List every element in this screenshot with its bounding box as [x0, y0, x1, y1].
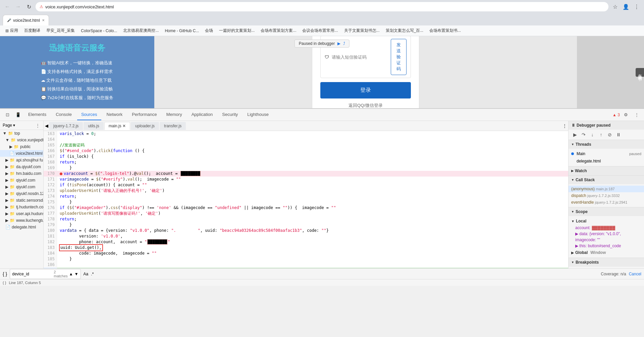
search-input[interactable] — [12, 272, 52, 276]
call-stack-content: (anonymous) main.js:187 dispatch jquery-… — [569, 184, 644, 207]
sms-input[interactable] — [332, 55, 388, 60]
floating-tab[interactable]: 在 选 调 节 — [636, 68, 644, 76]
bookmark-12[interactable]: 策划文案怎么写_百... — [383, 27, 426, 34]
code-tab-uploader[interactable]: uploader.js — [131, 122, 159, 130]
call-stack-item-dispatch[interactable]: dispatch jquery-1.7.2.js:3332 — [569, 192, 644, 199]
tab-network[interactable]: Network — [103, 109, 127, 120]
bookmark-11[interactable]: 关于文案策划书怎... — [341, 27, 382, 34]
bookmark-3[interactable]: 早安_花哥_采集 — [44, 27, 77, 34]
code-tab-jquery[interactable]: jquery-1.7.2.js — [49, 122, 83, 130]
file-tree-nosdn[interactable]: ▶ 📁 qiyukf.nosdn.127.ne — [0, 190, 43, 197]
file-format-icon: { } — [3, 281, 6, 285]
tab-performance[interactable]: Performance — [128, 109, 161, 120]
bookmark-4[interactable]: ColorSpace - Colo... — [78, 28, 120, 34]
threads-header[interactable]: ▼ Threads — [569, 140, 644, 149]
send-code-button[interactable]: 发送验证码 — [391, 39, 407, 75]
file-tree-delegate[interactable]: 📄 delegate.html — [0, 224, 43, 230]
step-over-debug-button[interactable]: ↷ — [580, 131, 587, 138]
file-tree-sensors[interactable]: ▶ 📁 static.sensorsdata.c — [0, 197, 43, 204]
scope-key: ▶ data: {version: "v1.0.0", — [575, 231, 621, 236]
global-scope-header[interactable]: ▶ Global Window — [569, 249, 644, 256]
matches-count: 2 matches — [54, 270, 68, 278]
main-thread-item[interactable]: Main paused — [569, 150, 644, 157]
bookmark-apps[interactable]: ⊞ 应用 — [3, 27, 21, 34]
delegate-thread-item[interactable]: delegate.html — [569, 157, 644, 165]
file-tree-label: voice2text.html — [16, 151, 43, 156]
step-into-debug-button[interactable]: ↓ — [589, 131, 596, 138]
file-tree-top[interactable]: ▼ 📁 top — [0, 130, 43, 137]
menu-button[interactable]: ⋮ — [632, 2, 641, 11]
login-button[interactable]: 登录 — [320, 82, 411, 98]
resume-debug-button[interactable]: ▶ — [571, 131, 579, 138]
pause-on-exceptions-button[interactable]: ⏸ — [615, 131, 622, 138]
main-thread-label: Main — [577, 151, 627, 156]
tab-close-button[interactable]: ✕ — [42, 18, 45, 22]
match-prev-button[interactable]: ▲ — [69, 272, 73, 276]
file-tree-user[interactable]: ▶ 📁 user.api.hudunsoft.c — [0, 210, 43, 217]
call-stack-header[interactable]: ▼ Call Stack — [569, 176, 644, 184]
star-button[interactable]: ☆ — [610, 2, 620, 11]
code-content[interactable]: 163 164 165 166 167 168 169 170 171 172 … — [44, 131, 568, 268]
resume-button[interactable]: ▶ — [337, 41, 340, 46]
settings-button[interactable]: ⚙ — [621, 110, 631, 120]
file-tree-tj[interactable]: ▶ 📁 tj.huduntech.com — [0, 204, 43, 210]
watch-header[interactable]: ▶ Watch — [569, 166, 644, 175]
device-toolbar-button[interactable]: 📱 — [13, 110, 23, 120]
breakpoints-header[interactable]: ▼ Breakpoints — [569, 258, 644, 267]
code-tab-utils[interactable]: utils.js — [84, 122, 103, 130]
bookmark-7[interactable]: 会场 — [202, 27, 216, 34]
file-tree-qiyukf1[interactable]: ▶ 📁 qiyukf.com — [0, 177, 43, 184]
tab-sources[interactable]: Sources — [77, 109, 101, 120]
bookmark-8[interactable]: 一篇好的文案策划... — [216, 27, 257, 34]
back-link[interactable]: 返回QQ/微信登录 — [320, 103, 411, 108]
bookmark-13[interactable]: 会场布置策划书... — [427, 27, 464, 34]
forward-button[interactable]: → — [13, 2, 23, 11]
bookmark-baidu[interactable]: 百度翻译 — [21, 27, 43, 34]
address-bar[interactable]: ⚠ voice.xunjiepdf.com/voice2text.html — [36, 2, 608, 11]
match-next-button[interactable]: ▼ — [74, 272, 78, 276]
page-dropdown-label[interactable]: Page ▾ — [3, 123, 15, 128]
case-sensitive-button[interactable]: Aa — [84, 272, 89, 276]
code-tab-main[interactable]: main.js ✕ — [104, 122, 130, 130]
tab-security[interactable]: Security — [218, 109, 242, 120]
bookmark-10[interactable]: 会议会场布置常用... — [300, 27, 340, 34]
file-tree-api[interactable]: ▶ 📁 api.shoujihui fu.com — [0, 157, 43, 163]
call-stack-item-anonymous[interactable]: (anonymous) main.js:187 — [569, 186, 644, 192]
active-browser-tab[interactable]: 🎤 voice2text.html ✕ — [3, 15, 49, 25]
tab-title: voice2text.html — [13, 18, 40, 23]
tab-console[interactable]: Console — [52, 109, 76, 120]
folder-icon: 📄 — [9, 151, 14, 156]
file-tree-voice2text[interactable]: 📄 voice2text.html — [0, 150, 43, 157]
file-tree-public[interactable]: ▶ 📁 public — [0, 143, 43, 150]
scope-header[interactable]: ▼ Scope — [569, 207, 644, 216]
file-tree-liuchengtu[interactable]: ▶ 📁 www.liuchengtu.com — [0, 217, 43, 224]
back-button[interactable]: ← — [3, 2, 12, 11]
bookmark-5[interactable]: 北京德易星澳商控... — [120, 27, 161, 34]
profile-button[interactable]: 👤 — [621, 2, 631, 11]
inspect-element-button[interactable]: ⊡ — [3, 110, 12, 120]
bookmark-6[interactable]: Home - GitHub C... — [162, 28, 202, 34]
code-tab-transfer[interactable]: transfer.js — [160, 122, 186, 130]
file-tree-hm[interactable]: ▶ 📁 hm.baidu.com — [0, 170, 43, 177]
tab-lighthouse[interactable]: Lighthouse — [243, 109, 273, 120]
tab-memory[interactable]: Memory — [162, 109, 186, 120]
call-stack-item-eventhandle[interactable]: eventHandle jquery-1.7.2.js:2941 — [569, 199, 644, 206]
local-scope-header[interactable]: ▼ Local — [569, 217, 644, 225]
tab-application[interactable]: Application — [187, 109, 217, 120]
step-over-button[interactable]: ⤴ — [343, 41, 345, 46]
file-tree-da[interactable]: ▶ 📁 da.qiyukf.com — [0, 163, 43, 170]
search-box[interactable]: 2 matches ▲ ▼ — [10, 269, 80, 279]
code-tab-nav-left[interactable]: ◀ — [45, 123, 48, 128]
tab-elements[interactable]: Elements — [24, 109, 50, 120]
bookmark-9[interactable]: 会场布置策划方案... — [258, 27, 299, 34]
sidebar-more-button[interactable]: ⋮ — [35, 122, 41, 128]
deactivate-breakpoints-button[interactable]: ⊘ — [606, 131, 613, 138]
code-tab-more[interactable]: ⋮ — [562, 123, 567, 128]
refresh-button[interactable]: ↻ — [24, 2, 34, 11]
regex-button[interactable]: .* — [91, 272, 94, 276]
step-out-debug-button[interactable]: ↑ — [597, 131, 605, 138]
file-tree-voice[interactable]: ▼ 📁 voice.xunjiepdf.com — [0, 137, 43, 143]
cancel-button[interactable]: Cancel — [629, 272, 641, 276]
more-options-button[interactable]: ⋮ — [632, 110, 641, 120]
file-tree-qiyukf2[interactable]: ▶ 📁 qiyukf.com — [0, 184, 43, 190]
